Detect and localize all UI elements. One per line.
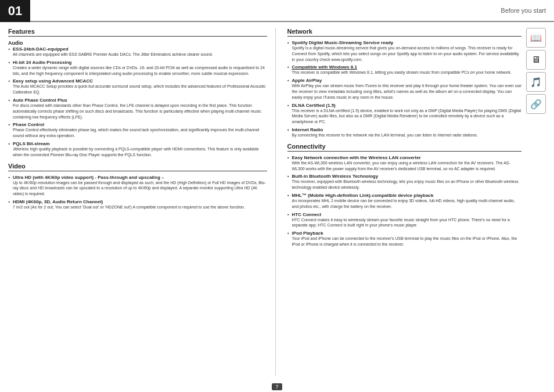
bullet-body: HTC Connect makes it easy to wirelessly … bbox=[292, 218, 510, 228]
bullet-title: HDMI (4K60p, 3D, Audio Return Channel) bbox=[13, 199, 103, 204]
list-item: Ultra HD (with 4K/60p video support) - P… bbox=[8, 175, 267, 197]
list-item: Phase Control Phase Control effectively … bbox=[8, 122, 267, 139]
book-icon: 📖 bbox=[526, 28, 546, 48]
bullet-title: ESS-24bit-DAC-equipped bbox=[13, 46, 69, 52]
list-item: Hi-bit 24 Audio Processing Creates a wid… bbox=[8, 60, 267, 77]
bullet-title: PQLS Bit-stream bbox=[13, 141, 50, 146]
list-item: Apple AirPlay With AirPlay you can strea… bbox=[287, 78, 522, 100]
bullet-body: The Auto MCACC Setup provides a quick bu… bbox=[13, 84, 265, 94]
bullet-body: Phase Control effectively eliminates pha… bbox=[13, 128, 259, 138]
bullet-title: Compatible with Windows 8.1 bbox=[292, 64, 357, 70]
list-item: Spotify Digital Music-Streaming Service … bbox=[287, 40, 522, 62]
bullet-body: By connecting this receiver to the netwo… bbox=[292, 133, 478, 137]
right-col-content: Network Spotify Digital Music-Streaming … bbox=[287, 28, 546, 247]
bullet-title: MHL™ (Mobile High-definition Link)-compa… bbox=[292, 193, 434, 198]
bullet-body: Jitterless high quality playback is poss… bbox=[13, 147, 259, 157]
bullet-title: Internet Radio bbox=[292, 127, 323, 132]
list-item: Built-in Bluetooth Wireless Technology T… bbox=[287, 174, 522, 190]
bullet-title: DLNA Certified (1.5) bbox=[292, 103, 336, 108]
connect-icon: 🔗 bbox=[526, 94, 546, 114]
bullet-body: This receiver is a DLNA certified (1.5) … bbox=[292, 109, 521, 124]
bullet-body: With the AS-WL300 wireless LAN converter… bbox=[292, 161, 510, 171]
bullet-body: 7 in/2 out (As for 2 out; You can select… bbox=[13, 205, 245, 209]
bullet-title: iPod Playback bbox=[292, 231, 323, 236]
music-icon: 🎵 bbox=[526, 72, 546, 92]
header-title-bar: Before you start bbox=[30, 0, 554, 22]
bullet-title: Ultra HD (with 4K/60p video support) - P… bbox=[13, 175, 164, 180]
bullet-title: Easy setup using Advanced MCACC bbox=[13, 78, 93, 84]
right-column: 📖 🖥 🎵 🔗 Network Spotify Digital Music-St… bbox=[285, 28, 546, 376]
list-item: HTC Connect HTC Connect makes it easy to… bbox=[287, 212, 522, 229]
list-item: DLNA Certified (1.5) This receiver is a … bbox=[287, 103, 522, 125]
bullet-body: With AirPlay you can stream music from i… bbox=[292, 84, 521, 99]
list-item: iPod Playback Your iPod and iPhone can b… bbox=[287, 231, 522, 247]
bullet-title: Built-in Bluetooth Wireless Technology bbox=[292, 174, 379, 179]
connectivity-section-title: Connectivity bbox=[287, 143, 522, 152]
bullet-body: Spotify is a digital music-streaming ser… bbox=[292, 46, 519, 62]
list-item: Easy Network connection with the Wireles… bbox=[287, 155, 522, 172]
page-footer: 7 bbox=[0, 382, 554, 392]
bullet-body: An incorporates MHL 2 mobile device can … bbox=[292, 199, 515, 208]
bullet-body: For discs created with standards other t… bbox=[13, 103, 261, 119]
windows-icon: 🖥 bbox=[526, 50, 546, 70]
bullet-body: Your iPod and iPhone can be connected to… bbox=[292, 236, 517, 246]
network-section-title: Network bbox=[287, 28, 522, 37]
bullet-title: HTC Connect bbox=[292, 212, 322, 217]
list-item: HDMI (4K60p, 3D, Audio Return Channel) 7… bbox=[8, 199, 267, 210]
bullet-title: Hi-bit 24 Audio Processing bbox=[13, 60, 72, 65]
list-item: PQLS Bit-stream Jitterless high quality … bbox=[8, 141, 267, 158]
chapter-number: 01 bbox=[0, 0, 30, 22]
left-column: Features Audio ESS-24bit-DAC-equipped Al… bbox=[8, 28, 276, 376]
bullet-body: All channels are equipped with ESS SABRE… bbox=[13, 52, 213, 56]
page-title: Before you start bbox=[501, 7, 546, 14]
main-content: Features Audio ESS-24bit-DAC-equipped Al… bbox=[0, 22, 554, 382]
features-section-title: Features bbox=[8, 28, 267, 37]
bullet-title: Apple AirPlay bbox=[292, 78, 322, 83]
bullet-title: Easy Network connection with the Wireles… bbox=[292, 155, 421, 160]
bullet-body: This receiver, equipped with Bluetooth w… bbox=[292, 179, 519, 189]
bullet-body: This receiver is compatible with Windows… bbox=[292, 70, 512, 74]
page-header: 01 Before you start bbox=[0, 0, 554, 22]
audio-section-title: Audio bbox=[8, 40, 267, 46]
bullet-body: Up to 4K/60p resolution images can be pa… bbox=[13, 181, 266, 196]
list-item: ESS-24bit-DAC-equipped All channels are … bbox=[8, 46, 267, 57]
list-item: Easy setup using Advanced MCACC The Auto… bbox=[8, 78, 267, 95]
list-item: Auto Phase Control Plus For discs create… bbox=[8, 98, 267, 120]
page-number: 7 bbox=[272, 383, 282, 390]
bullet-title: Phase Control bbox=[13, 122, 44, 127]
list-item: MHL™ (Mobile High-definition Link)-compa… bbox=[287, 193, 522, 210]
list-item: Internet Radio By connecting this receiv… bbox=[287, 127, 522, 138]
bullet-body: Creates a wider dynamic range with digit… bbox=[13, 66, 265, 75]
list-item: Compatible with Windows 8.1 This receive… bbox=[287, 64, 522, 75]
video-section-title: Video bbox=[8, 163, 267, 171]
bullet-title: Spotify Digital Music-Streaming Service … bbox=[292, 40, 394, 45]
feature-icons: 📖 🖥 🎵 🔗 bbox=[526, 28, 546, 114]
bullet-title: Auto Phase Control Plus bbox=[13, 98, 67, 103]
